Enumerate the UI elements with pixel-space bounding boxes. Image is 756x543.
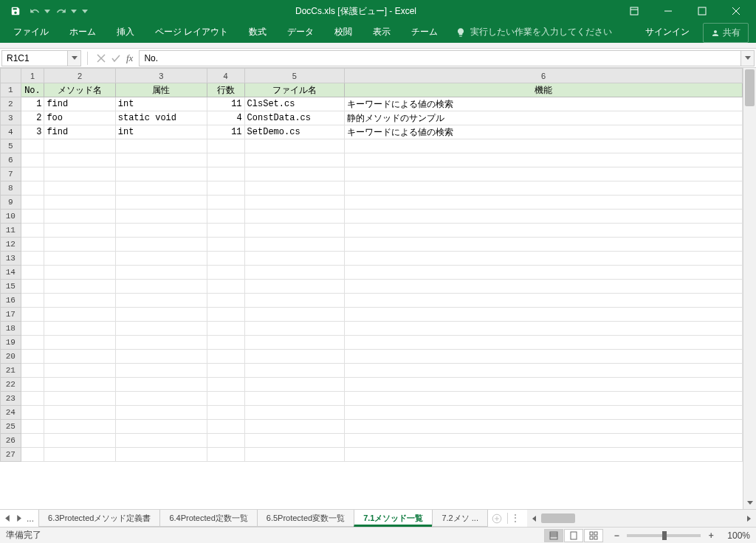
cell[interactable] [207, 266, 244, 280]
cell[interactable] [345, 434, 743, 448]
row-header-2[interactable]: 2 [1, 97, 21, 111]
qat-customize-button[interactable] [80, 3, 90, 19]
redo-dropdown-icon[interactable] [71, 10, 77, 13]
close-button[interactable] [719, 0, 753, 22]
cell[interactable] [21, 392, 44, 406]
row-header-10[interactable]: 10 [1, 210, 21, 224]
zoom-slider[interactable] [627, 534, 701, 537]
cell[interactable] [21, 280, 44, 294]
cell[interactable] [115, 406, 207, 420]
sheet-tab[interactable]: 6.3Protectedメソッド定義書 [38, 510, 160, 527]
row-header-25[interactable]: 25 [1, 420, 21, 434]
cell[interactable] [115, 308, 207, 322]
tab-overflow[interactable]: ... [27, 513, 34, 524]
cell[interactable] [44, 350, 115, 364]
cell[interactable] [115, 448, 207, 462]
cell[interactable] [345, 238, 743, 252]
cell[interactable] [345, 448, 743, 462]
cell[interactable] [44, 378, 115, 392]
cell[interactable] [244, 252, 345, 266]
cell[interactable] [207, 224, 244, 238]
cell[interactable] [44, 448, 115, 462]
cell[interactable] [115, 153, 207, 167]
cell[interactable] [115, 294, 207, 308]
col-header-2[interactable]: 2 [44, 69, 115, 83]
cell[interactable]: キーワードによる値の検索 [345, 125, 743, 139]
cell[interactable] [115, 392, 207, 406]
sheet-tab[interactable]: 6.5Protected変数一覧 [257, 510, 354, 527]
tell-me-search[interactable]: 実行したい作業を入力してください [448, 21, 619, 43]
cell[interactable] [115, 322, 207, 336]
cell[interactable]: キーワードによる値の検索 [345, 97, 743, 111]
col-header-1[interactable]: 1 [21, 69, 44, 83]
cell[interactable] [244, 434, 345, 448]
cell[interactable] [115, 420, 207, 434]
cell[interactable]: int [115, 97, 207, 111]
row-header-20[interactable]: 20 [1, 350, 21, 364]
cancel-formula-button[interactable] [94, 51, 109, 66]
cell[interactable] [21, 181, 44, 196]
cell[interactable] [44, 210, 115, 224]
cell[interactable] [207, 364, 244, 378]
formula-input[interactable]: No. [139, 50, 741, 66]
col-header-6[interactable]: 6 [345, 69, 743, 83]
cell[interactable]: find [44, 125, 115, 139]
fx-icon[interactable]: fx [126, 52, 133, 64]
cell[interactable] [207, 420, 244, 434]
cell[interactable] [44, 181, 115, 196]
maximize-button[interactable] [685, 0, 719, 22]
cell[interactable] [44, 420, 115, 434]
cell[interactable] [207, 153, 244, 167]
cell[interactable] [21, 153, 44, 167]
vertical-scroll-thumb[interactable] [745, 69, 755, 106]
row-header-3[interactable]: 3 [1, 111, 21, 125]
row-header-9[interactable]: 9 [1, 196, 21, 210]
row-header-19[interactable]: 19 [1, 336, 21, 350]
cell[interactable] [207, 406, 244, 420]
cell[interactable]: foo [44, 111, 115, 125]
cell[interactable] [44, 434, 115, 448]
row-header-17[interactable]: 17 [1, 308, 21, 322]
cell[interactable] [115, 252, 207, 266]
cell[interactable] [207, 336, 244, 350]
col-header-3[interactable]: 3 [115, 69, 207, 83]
cell[interactable] [115, 181, 207, 196]
cell[interactable] [244, 392, 345, 406]
row-header-21[interactable]: 21 [1, 364, 21, 378]
row-header-5[interactable]: 5 [1, 139, 21, 153]
cell[interactable] [21, 308, 44, 322]
horizontal-scrollbar[interactable] [527, 510, 756, 527]
cell[interactable] [345, 294, 743, 308]
zoom-in-button[interactable]: + [705, 530, 717, 542]
cell[interactable] [115, 364, 207, 378]
select-all-corner[interactable] [1, 69, 21, 83]
row-header-13[interactable]: 13 [1, 252, 21, 266]
row-header-22[interactable]: 22 [1, 378, 21, 392]
scroll-down-arrow[interactable] [743, 497, 756, 509]
zoom-out-button[interactable]: − [611, 530, 622, 542]
cell[interactable] [244, 266, 345, 280]
cell[interactable]: ClsSet.cs [244, 97, 345, 111]
cell[interactable]: SetDemo.cs [244, 125, 345, 139]
cell[interactable]: find [44, 97, 115, 111]
cell[interactable] [207, 322, 244, 336]
ribbon-tab-review[interactable]: 校閲 [324, 21, 362, 43]
cell[interactable] [21, 378, 44, 392]
cell[interactable]: 静的メソッドのサンプル [345, 111, 743, 125]
cell[interactable] [207, 210, 244, 224]
enter-formula-button[interactable] [109, 51, 123, 66]
view-pagebreak-button[interactable] [584, 529, 603, 542]
cell[interactable] [345, 181, 743, 196]
ribbon-tab-data[interactable]: データ [277, 21, 324, 43]
cell[interactable] [21, 420, 44, 434]
row-header-23[interactable]: 23 [1, 392, 21, 406]
header-cell[interactable]: ファイル名 [244, 83, 345, 97]
row-header-12[interactable]: 12 [1, 238, 21, 252]
cell[interactable] [44, 153, 115, 167]
cell[interactable] [244, 364, 345, 378]
cell[interactable] [244, 322, 345, 336]
cell[interactable] [21, 364, 44, 378]
cell[interactable] [345, 252, 743, 266]
cell[interactable] [345, 266, 743, 280]
cell[interactable] [207, 280, 244, 294]
